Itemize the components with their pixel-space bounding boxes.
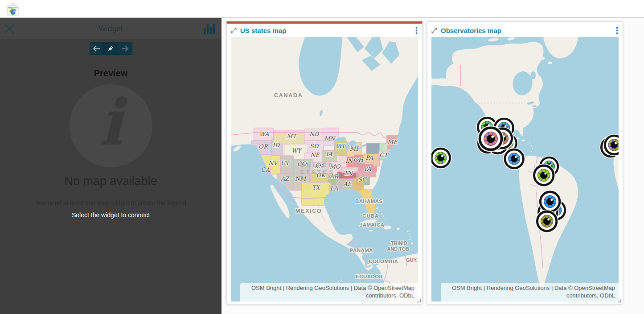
svg-text:BAHAMAS: BAHAMAS	[355, 198, 383, 204]
svg-text:AZ: AZ	[280, 175, 290, 182]
mapstore-logo[interactable]: MapStore	[6, 1, 20, 17]
svg-text:ID: ID	[273, 142, 280, 149]
svg-text:GUY.: GUY.	[406, 257, 417, 263]
kebab-menu-icon	[415, 27, 418, 34]
arrow-left-icon	[93, 45, 100, 52]
svg-text:SD: SD	[310, 143, 319, 149]
svg-text:MapStore: MapStore	[8, 7, 18, 9]
observatories-map-canvas	[431, 37, 619, 302]
close-panel-button[interactable]	[3, 22, 16, 36]
svg-text:ECUADOR: ECUADOR	[356, 274, 383, 279]
widget-title: Observatories map	[441, 27, 612, 34]
svg-text:STATES: STATES	[300, 169, 335, 175]
svg-text:ND: ND	[309, 131, 320, 137]
svg-text:MT: MT	[287, 133, 297, 140]
map-attribution: OSM Bright | Rendering GeoSolutions | Da…	[441, 283, 619, 302]
svg-text:AND TOB: AND TOB	[387, 246, 410, 252]
svg-text:OR: OR	[258, 143, 268, 150]
svg-text:JAMAICA: JAMAICA	[360, 222, 384, 227]
svg-text:ME: ME	[387, 139, 398, 145]
select-widget-hint: Select the widget to connect	[0, 211, 222, 219]
svg-text:TRINID: TRINID	[391, 240, 407, 246]
map-attribution: OSM Bright | Rendering GeoSolutions | Da…	[240, 283, 418, 302]
widget-card-observatories: Observatories map OSM Bright | Rendering…	[427, 21, 623, 304]
kebab-menu-icon	[616, 27, 618, 34]
expand-icon	[431, 28, 437, 33]
back-button[interactable]	[90, 42, 104, 55]
widget-nav-buttons	[0, 42, 222, 55]
svg-text:PANAMA: PANAMA	[350, 248, 373, 253]
svg-text:WY: WY	[291, 147, 303, 154]
svg-text:NM: NM	[295, 175, 307, 182]
observatory-marker[interactable]	[478, 125, 504, 152]
attribution-line1: OSM Bright | Rendering GeoSolutions | Da…	[452, 285, 615, 291]
mapstore-logo-icon: MapStore	[6, 1, 20, 17]
svg-text:AL: AL	[343, 181, 351, 187]
svg-text:OH: OH	[353, 157, 364, 163]
svg-text:UT: UT	[280, 160, 290, 166]
top-navbar: MapStore	[0, 0, 644, 18]
connect-button[interactable]	[104, 42, 118, 55]
panel-title: Widget	[0, 18, 222, 39]
plug-icon	[107, 45, 114, 52]
observatory-marker[interactable]	[535, 210, 558, 233]
widget-header: Observatories map	[427, 24, 623, 37]
kebab-menu-button[interactable]	[616, 27, 618, 34]
us-map-canvas: WAORIDMTNDMNSDWIMIMEWYNEIANVUTCOKSMOINOH…	[231, 37, 418, 302]
svg-text:IN: IN	[345, 157, 354, 164]
preview-heading: Preview	[0, 68, 222, 78]
observatory-marker[interactable]	[532, 164, 555, 187]
attribution-line1: OSM Bright | Rendering GeoSolutions | Da…	[251, 285, 414, 291]
expand-button[interactable]	[231, 28, 237, 33]
svg-text:MEXICO: MEXICO	[295, 207, 322, 214]
no-map-hint: You need at least one map widget to crea…	[0, 199, 222, 207]
forward-button[interactable]	[118, 42, 132, 55]
observatory-marker[interactable]	[503, 148, 525, 170]
close-icon	[4, 23, 15, 34]
svg-text:CANADA: CANADA	[274, 92, 303, 99]
widget-card-us-states: US states map WAORIDMTNDMNSDWIMIMEWYNEIA…	[226, 21, 422, 304]
arrow-right-icon	[121, 45, 128, 52]
svg-text:CA: CA	[261, 166, 270, 173]
kebab-menu-button[interactable]	[415, 27, 418, 34]
expand-icon	[231, 28, 237, 33]
svg-text:VA: VA	[363, 165, 371, 172]
svg-text:IA: IA	[326, 151, 332, 157]
svg-text:TN: TN	[344, 170, 354, 177]
bar-chart-icon	[203, 23, 215, 36]
svg-text:TX: TX	[312, 184, 321, 191]
attribution-line2: contributors, ODbL	[566, 292, 615, 299]
svg-text:SC: SC	[358, 176, 368, 183]
svg-text:UNITED: UNITED	[300, 162, 335, 169]
widget-title: US states map	[240, 27, 412, 34]
us-states-map[interactable]: WAORIDMTNDMNSDWIMIMEWYNEIANVUTCOKSMOINOH…	[231, 37, 418, 302]
widget-panel: Widget	[0, 18, 222, 314]
expand-button[interactable]	[431, 28, 437, 33]
svg-text:WI: WI	[336, 143, 345, 149]
svg-text:NV: NV	[268, 160, 279, 166]
observatory-marker[interactable]	[538, 190, 562, 213]
dashboard-area: US states map WAORIDMTNDMNSDWIMIMEWYNEIA…	[222, 18, 644, 314]
svg-text:COLOMBIA: COLOMBIA	[369, 259, 398, 264]
svg-text:WA: WA	[259, 131, 270, 137]
svg-text:MN: MN	[324, 135, 336, 142]
svg-text:LA: LA	[330, 185, 338, 192]
widget-panel-header: Widget	[0, 18, 222, 39]
info-icon: i	[70, 84, 152, 167]
attribution-line2: contributors, ODbL	[366, 292, 414, 299]
svg-text:NE: NE	[310, 152, 320, 158]
svg-text:CT: CT	[379, 152, 389, 158]
no-map-title: No map available	[0, 174, 222, 188]
svg-text:MI: MI	[350, 145, 359, 152]
svg-text:PA: PA	[365, 154, 373, 161]
svg-text:CUBA: CUBA	[362, 213, 379, 219]
widget-header: US states map	[227, 24, 422, 37]
observatories-map[interactable]: OSM Bright | Rendering GeoSolutions | Da…	[431, 37, 619, 302]
